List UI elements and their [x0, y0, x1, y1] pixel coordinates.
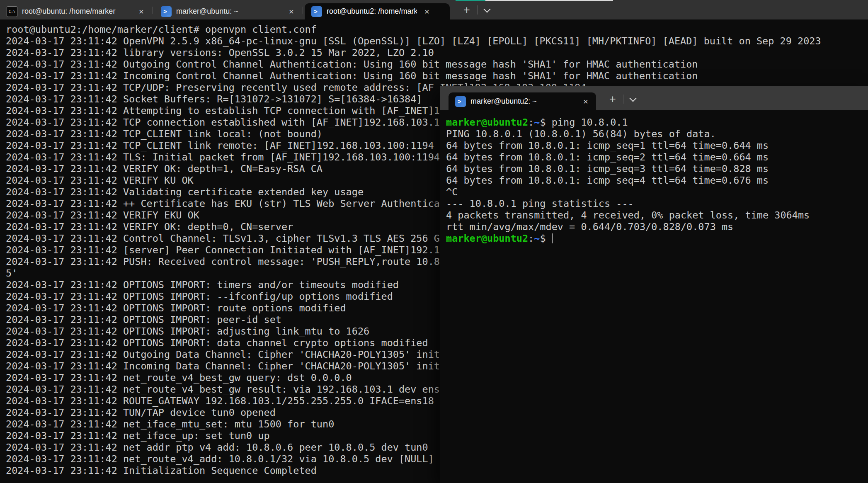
- terminal-line: 64 bytes from 10.8.0.1: icmp_seq=3 ttl=6…: [446, 163, 868, 175]
- overlay-tab-dropdown-button[interactable]: [625, 92, 641, 106]
- main-tab-bar: C:\ root@ubuntu: /home/marker × >_ marke…: [0, 0, 868, 19]
- terminal-line: PING 10.8.0.1 (10.8.0.1) 56(84) bytes of…: [446, 128, 868, 140]
- overlay-tab-marker-ubuntu2[interactable]: >_ marker@ubuntu2: ~ ×: [449, 92, 596, 110]
- tab-marker-ubuntu[interactable]: >_ marker@ubuntu: ~ ×: [154, 3, 302, 19]
- terminal-line: marker@ubuntu2:~$: [446, 233, 868, 244]
- tab-close-icon[interactable]: ×: [422, 6, 432, 17]
- tab-title: root@ubuntu2: /home/marker: [327, 7, 417, 16]
- terminal-line: 2024-03-17 23:11:42 Outgoing Control Cha…: [6, 58, 868, 70]
- tab-title: root@ubuntu: /home/marker: [22, 7, 131, 16]
- terminal-line: 64 bytes from 10.8.0.1: icmp_seq=1 ttl=6…: [446, 140, 868, 151]
- terminal-line: rtt min/avg/max/mdev = 0.644/0.703/0.828…: [446, 221, 868, 233]
- tab-divider: [477, 5, 478, 15]
- terminal-line: marker@ubuntu2:~$ ping 10.8.0.1: [446, 117, 868, 128]
- tab-close-icon[interactable]: ×: [580, 96, 591, 107]
- tab-close-icon[interactable]: ×: [286, 6, 297, 17]
- terminal-line: --- 10.8.0.1 ping statistics ---: [446, 198, 868, 209]
- chevron-down-icon: [630, 95, 637, 102]
- tab-close-icon[interactable]: ×: [136, 6, 147, 17]
- terminal-line: 2024-03-17 23:11:42 library versions: Op…: [6, 47, 868, 58]
- chevron-down-icon: [484, 5, 491, 12]
- screen-edge-strip-light: [485, 0, 613, 1]
- overlay-new-tab-button[interactable]: +: [604, 92, 621, 106]
- tab-divider: [153, 7, 153, 14]
- text-cursor: [552, 233, 553, 243]
- tab-divider: [623, 95, 623, 104]
- tab-root-ubuntu[interactable]: C:\ root@ubuntu: /home/marker ×: [0, 3, 152, 19]
- tab-title: marker@ubuntu: ~: [176, 7, 281, 16]
- overlay-terminal-output[interactable]: marker@ubuntu2:~$ ping 10.8.0.1PING 10.8…: [440, 110, 868, 483]
- screen-edge-strip-green: [456, 0, 485, 1]
- tab-dropdown-button[interactable]: [479, 3, 495, 17]
- new-tab-button[interactable]: +: [458, 3, 475, 17]
- tab-title: marker@ubuntu2: ~: [470, 97, 576, 106]
- terminal-line: ^C: [446, 186, 868, 198]
- terminal-line: 2024-03-17 23:11:42 Incoming Control Cha…: [6, 70, 868, 82]
- overlay-tab-bar: >_ marker@ubuntu2: ~ × +: [440, 86, 868, 110]
- powershell-icon: >_: [311, 6, 322, 17]
- terminal-line: 4 packets transmitted, 4 received, 0% pa…: [446, 209, 868, 221]
- overlay-terminal-window: >_ marker@ubuntu2: ~ × + marker@ubuntu2:…: [440, 86, 868, 483]
- cmd-terminal-icon: C:\: [7, 6, 17, 17]
- terminal-line: 2024-03-17 23:11:42 OpenVPN 2.5.9 x86_64…: [6, 35, 868, 47]
- tab-divider: [303, 7, 303, 14]
- windows-terminal-screen: C:\ root@ubuntu: /home/marker × >_ marke…: [0, 0, 868, 483]
- terminal-line: 64 bytes from 10.8.0.1: icmp_seq=4 ttl=6…: [446, 175, 868, 186]
- powershell-icon: >_: [455, 96, 466, 107]
- tab-root-ubuntu2-active[interactable]: >_ root@ubuntu2: /home/marker ×: [305, 3, 450, 19]
- terminal-line: 64 bytes from 10.8.0.1: icmp_seq=2 ttl=6…: [446, 151, 868, 163]
- terminal-line: root@ubuntu2:/home/marker/client# openvp…: [6, 24, 868, 35]
- powershell-icon: >_: [161, 6, 172, 17]
